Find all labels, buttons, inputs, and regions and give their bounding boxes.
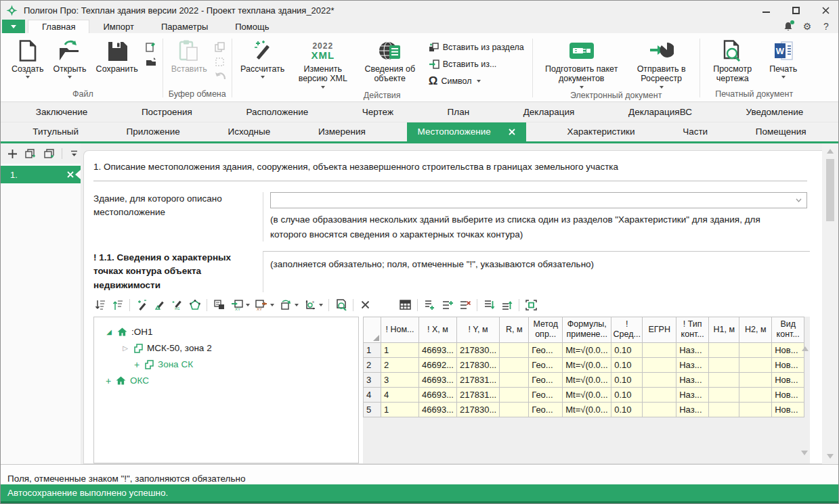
copy-all-contours-button[interactable] bbox=[43, 147, 56, 160]
delete-row-icon[interactable] bbox=[458, 298, 471, 311]
menu-tab-import[interactable]: Импорт bbox=[89, 20, 147, 33]
col-header-h1[interactable]: H1, м bbox=[709, 317, 739, 342]
contour-tab-1[interactable]: 1. bbox=[1, 166, 81, 183]
rotate-contour-icon[interactable] bbox=[279, 298, 292, 311]
renumber-asc-icon[interactable] bbox=[111, 298, 124, 311]
print-button[interactable]: W Печать bbox=[764, 37, 803, 80]
caret-down-icon[interactable] bbox=[295, 304, 299, 306]
tab-uvedomlenie[interactable]: Уведомление bbox=[739, 102, 811, 122]
paste-button[interactable]: Вставить bbox=[169, 37, 210, 75]
collapse-filter-icon[interactable] bbox=[68, 147, 81, 160]
delete-icon[interactable] bbox=[359, 298, 372, 311]
caret-down-icon[interactable] bbox=[246, 304, 250, 306]
col-header-tip[interactable]: ! Тип конт... bbox=[676, 317, 709, 342]
col-header-x[interactable]: ! X, м bbox=[419, 317, 457, 342]
minimize-button[interactable] bbox=[758, 3, 773, 17]
col-header-formula[interactable]: Формулы, примене... bbox=[563, 317, 611, 342]
change-xml-version-button[interactable]: 2022XML Изменить версию XML bbox=[292, 37, 354, 90]
open-button[interactable]: Открыть bbox=[51, 37, 89, 80]
save-button[interactable]: Сохранить bbox=[93, 37, 141, 75]
file-menu-button[interactable] bbox=[2, 20, 25, 33]
menu-tab-parametry[interactable]: Параметры bbox=[148, 20, 221, 33]
add-row-after-icon[interactable] bbox=[423, 298, 436, 311]
col-header-y[interactable]: ! Y, м bbox=[457, 317, 500, 342]
add-row-icon[interactable] bbox=[441, 298, 454, 311]
copy-points-icon[interactable] bbox=[213, 298, 225, 311]
export-xy-icon[interactable]: XY bbox=[255, 298, 267, 311]
move-row-down-icon[interactable] bbox=[483, 298, 496, 311]
select-frame-icon[interactable] bbox=[525, 298, 538, 311]
tab-prilozhenie[interactable]: Приложение bbox=[120, 122, 187, 142]
table-view-icon[interactable] bbox=[399, 298, 412, 311]
tab-izmereniya[interactable]: Измерения bbox=[311, 122, 372, 142]
table-corner-cell[interactable] bbox=[364, 317, 381, 342]
tab-raspolozhenie[interactable]: Расположение bbox=[239, 102, 315, 122]
undo-icon[interactable] bbox=[214, 71, 226, 82]
send-rosreestr-button[interactable]: Отправить в Росреестр bbox=[629, 37, 694, 90]
object-info-button[interactable]: Сведения об объекте bbox=[358, 37, 422, 85]
add-contour-button[interactable] bbox=[6, 147, 18, 160]
copy-contour-button[interactable] bbox=[24, 147, 37, 160]
copy-icon[interactable] bbox=[214, 41, 226, 52]
renumber-desc-icon[interactable] bbox=[93, 298, 106, 311]
tab-chasti[interactable]: Части bbox=[676, 122, 714, 142]
tab-deklaratsiyavs[interactable]: ДекларацияВС bbox=[622, 102, 699, 122]
tab-chertezh[interactable]: Чертеж bbox=[356, 102, 400, 122]
col-header-r[interactable]: R, м bbox=[500, 317, 529, 342]
paste-special-icon[interactable] bbox=[214, 56, 226, 67]
calc-area-wand-icon[interactable] bbox=[153, 298, 166, 311]
preview-drawing-button[interactable]: Просмотр чертежа bbox=[706, 37, 760, 85]
menu-tab-pomosch[interactable]: Помощь bbox=[221, 20, 282, 33]
prepare-package-button[interactable]: Подготовить пакет документов bbox=[538, 37, 625, 90]
scroll-up-icon[interactable] bbox=[802, 346, 809, 351]
col-header-num[interactable]: ! Ном... bbox=[381, 317, 419, 342]
scroll-down-icon[interactable] bbox=[801, 451, 808, 455]
tree-item-msk50[interactable]: ▷ МСК-50, зона 2 bbox=[101, 340, 358, 357]
insert-from-section-button[interactable]: Вставить из раздела bbox=[426, 40, 527, 55]
save-as-icon[interactable] bbox=[145, 41, 157, 52]
table-scrollbar[interactable] bbox=[800, 317, 810, 458]
col-header-sred[interactable]: ! Сред... bbox=[611, 317, 643, 342]
polygon-icon[interactable] bbox=[188, 298, 201, 311]
expander-expanded-icon[interactable]: ◢ bbox=[105, 328, 113, 336]
tree-item-add-zona-sk[interactable]: + Зона СК bbox=[101, 357, 358, 373]
calculate-button[interactable]: Рассчитать bbox=[238, 37, 288, 80]
tab-plan[interactable]: План bbox=[441, 102, 477, 122]
tree-item-add-oks[interactable]: + ОКС bbox=[101, 373, 358, 389]
symbol-button[interactable]: Ω Символ bbox=[426, 74, 527, 89]
settings-gear-icon[interactable]: ⚙ bbox=[802, 21, 813, 32]
close-button[interactable] bbox=[818, 3, 833, 17]
axes-settings-icon[interactable]: x bbox=[303, 298, 316, 311]
expander-collapsed-icon[interactable]: ▷ bbox=[121, 344, 129, 352]
caret-down-icon[interactable] bbox=[319, 304, 323, 306]
menu-tab-glavnaya[interactable]: Главная bbox=[28, 20, 89, 33]
tab-kharakteristiki[interactable]: Характеристики bbox=[560, 122, 641, 142]
import-xy-icon[interactable]: XY bbox=[230, 298, 243, 311]
notifications-bell-icon[interactable] bbox=[783, 21, 794, 32]
tab-titulnyi[interactable]: Титульный bbox=[26, 122, 85, 142]
tree-item-on1[interactable]: ◢ :ОН1 bbox=[101, 324, 358, 340]
calc-h-wand-icon[interactable]: H1 bbox=[171, 298, 184, 311]
preview-points-icon[interactable] bbox=[335, 298, 347, 311]
col-header-h2[interactable]: H2, м bbox=[739, 317, 772, 342]
tab-zaklyuchenie[interactable]: Заключение bbox=[29, 102, 94, 122]
tab-pomescheniya[interactable]: Помещения bbox=[749, 122, 813, 142]
col-header-method[interactable]: Метод опр... bbox=[529, 317, 563, 342]
tab-deklaratsiya[interactable]: Декларация bbox=[517, 102, 582, 122]
tab-mestopolozhenie[interactable]: Местоположение bbox=[407, 122, 526, 142]
move-row-up-icon[interactable] bbox=[500, 298, 513, 311]
vertical-scrollbar[interactable] bbox=[822, 143, 838, 464]
tab-postroeniya[interactable]: Построения bbox=[135, 102, 199, 122]
tab-close-icon[interactable] bbox=[509, 129, 515, 135]
save-copy-icon[interactable] bbox=[145, 56, 157, 67]
caret-down-icon[interactable] bbox=[270, 304, 274, 306]
maximize-button[interactable] bbox=[788, 3, 803, 17]
building-select[interactable] bbox=[270, 192, 807, 208]
insert-from-button[interactable]: Вставить из... bbox=[426, 57, 527, 72]
col-header-egrn[interactable]: ЕГРН bbox=[643, 317, 676, 342]
scroll-down-icon[interactable] bbox=[827, 454, 834, 459]
tab-iskhodnye[interactable]: Исходные bbox=[221, 122, 277, 142]
scroll-thumb[interactable] bbox=[826, 159, 834, 221]
contour-tab-close-icon[interactable] bbox=[67, 171, 74, 178]
scroll-up-icon[interactable] bbox=[827, 149, 834, 154]
